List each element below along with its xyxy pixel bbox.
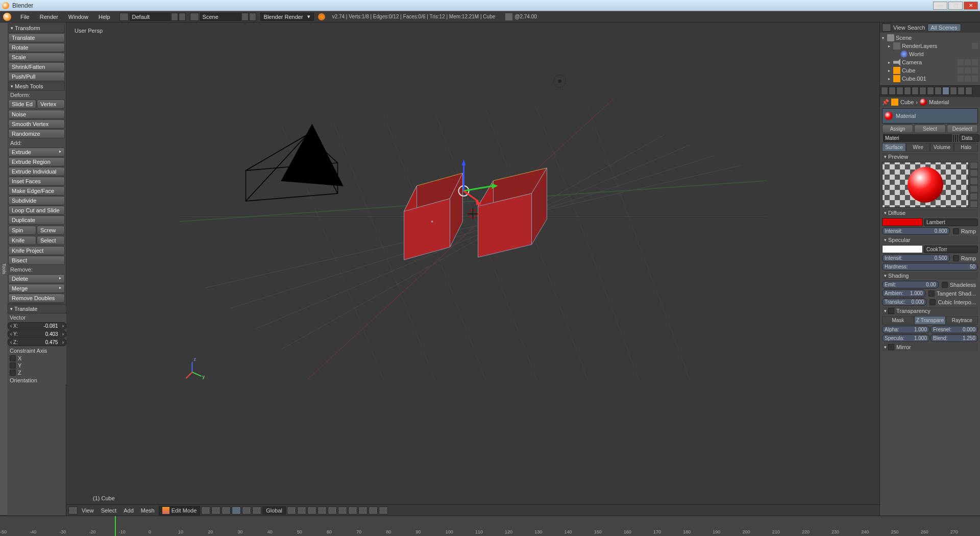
ztransp-tab[interactable]: Z Transpare xyxy=(914,316,946,325)
translucency-slider[interactable]: Transluc:0.000 xyxy=(882,298,926,306)
select-menu[interactable]: Select xyxy=(98,507,120,514)
remove-doubles-button[interactable]: Remove Doubles xyxy=(8,294,65,303)
delete-button[interactable]: Delete xyxy=(8,274,65,283)
layers-icon[interactable] xyxy=(287,506,296,515)
material-tab-icon[interactable] xyxy=(942,87,949,95)
layout-browse-icon[interactable] xyxy=(119,13,129,21)
vertex-button[interactable]: Vertex xyxy=(37,100,65,109)
layout-name-input[interactable] xyxy=(130,13,170,21)
mask-tab[interactable]: Mask xyxy=(882,316,914,325)
diffuse-header[interactable]: Diffuse xyxy=(882,209,978,217)
cubic-checkbox[interactable]: Cubic Interpo... xyxy=(927,299,978,306)
material-link-selector[interactable]: Data xyxy=(959,134,979,142)
knife-button[interactable]: Knife xyxy=(8,236,36,245)
spin-button[interactable]: Spin xyxy=(8,226,36,235)
mode-selector[interactable]: Edit Mode xyxy=(159,506,201,515)
ambient-slider[interactable]: Ambien:1.000 xyxy=(882,289,925,297)
loop-cut-button[interactable]: Loop Cut and Slide xyxy=(8,206,65,215)
outliner-search[interactable]: Search xyxy=(908,25,925,31)
vector-y-field[interactable]: ‹ Y:0.403› xyxy=(8,330,66,338)
scale-button[interactable]: Scale xyxy=(8,53,65,62)
menu-render[interactable]: Render xyxy=(35,14,63,20)
scene-selector[interactable] xyxy=(190,13,256,21)
orientation-selector[interactable]: Global xyxy=(262,506,286,515)
randomize-button[interactable]: Randomize xyxy=(8,129,65,138)
preview-header[interactable]: Preview xyxy=(882,153,978,161)
constraints-tab-icon[interactable] xyxy=(919,87,926,95)
extrude-region-button[interactable]: Extrude Region xyxy=(8,157,65,166)
snap-icon[interactable] xyxy=(348,506,357,515)
viewport-shading-icon[interactable] xyxy=(201,506,210,515)
push-pull-button[interactable]: Push/Pull xyxy=(8,72,65,81)
tree-renderlayers[interactable]: ▸RenderLayers xyxy=(881,42,979,50)
diffuse-intensity-slider[interactable]: Intensit:0.800 xyxy=(882,227,950,235)
extrude-individual-button[interactable]: Extrude Individual xyxy=(8,167,65,176)
mat-nodes-icon[interactable] xyxy=(957,135,958,142)
raytrace-tab[interactable]: Raytrace xyxy=(946,316,978,325)
mesh-tools-panel-header[interactable]: Mesh Tools xyxy=(8,82,65,91)
select-mat-button[interactable]: Select xyxy=(914,125,945,133)
transparency-header[interactable]: Transparency xyxy=(882,307,978,315)
scene-browse-icon[interactable] xyxy=(190,13,199,21)
mirror-header[interactable]: Mirror xyxy=(882,343,978,351)
scene-name-input[interactable] xyxy=(200,13,241,21)
smooth-vertex-button[interactable]: Smooth Vertex xyxy=(8,119,65,129)
hardness-slider[interactable]: Hardness:50 xyxy=(882,263,978,271)
properties-tabs[interactable] xyxy=(880,86,980,97)
pin-icon[interactable]: 📌 xyxy=(882,99,889,106)
add-menu[interactable]: Add xyxy=(120,507,137,514)
render-anim-icon[interactable] xyxy=(379,506,388,515)
duplicate-button[interactable]: Duplicate xyxy=(8,215,65,225)
texture-tab-icon[interactable] xyxy=(950,87,957,95)
blend-slider[interactable]: Blend:1.250 xyxy=(930,334,978,342)
edge-select-icon[interactable] xyxy=(307,506,316,515)
extrude-button[interactable]: Extrude xyxy=(8,148,65,157)
snap-element-icon[interactable] xyxy=(358,506,368,515)
specula-slider[interactable]: Specula:1.000 xyxy=(882,334,929,342)
translate-op-header[interactable]: Translate xyxy=(8,304,66,313)
vector-z-field[interactable]: ‹ Z:0.475› xyxy=(8,338,66,346)
face-select-icon[interactable] xyxy=(317,506,327,515)
view-menu[interactable]: View xyxy=(79,507,97,514)
render-preview-icon[interactable] xyxy=(369,506,378,515)
menu-window[interactable]: Window xyxy=(63,14,93,20)
assign-button[interactable]: Assign xyxy=(882,125,913,133)
specular-model-selector[interactable]: CookTorr xyxy=(924,246,978,253)
render-layers-tab-icon[interactable] xyxy=(889,87,896,95)
vector-x-field[interactable]: ‹ X:-0.081› xyxy=(8,322,66,330)
modifiers-tab-icon[interactable] xyxy=(927,87,934,95)
manipulator-toggle-icon[interactable] xyxy=(222,506,231,515)
tab-tools[interactable]: Tools xyxy=(1,22,7,516)
manipulator-scale-icon[interactable] xyxy=(252,506,261,515)
rotate-button[interactable]: Rotate xyxy=(8,43,65,52)
scene-remove-button[interactable] xyxy=(249,13,256,21)
halo-tab[interactable]: Halo xyxy=(954,143,978,152)
minimize-button[interactable]: — xyxy=(933,2,947,10)
close-button[interactable]: ✕ xyxy=(964,2,978,10)
emit-slider[interactable]: Emit:0.00 xyxy=(882,281,939,288)
tree-cube[interactable]: ▸Cube xyxy=(881,66,979,75)
specular-ramp-checkbox[interactable]: Ramp xyxy=(951,255,978,262)
mat-unlink-icon[interactable] xyxy=(955,135,956,142)
manipulator-rotate-icon[interactable] xyxy=(242,506,251,515)
material-slot[interactable]: Material xyxy=(882,108,978,124)
screw-button[interactable]: Screw xyxy=(37,226,65,235)
editor-type-icon[interactable] xyxy=(68,506,78,515)
bisect-button[interactable]: Bisect xyxy=(8,256,65,265)
translate-button[interactable]: Translate xyxy=(8,33,65,42)
menu-file[interactable]: File xyxy=(15,14,35,20)
knife-select-button[interactable]: Select xyxy=(37,236,65,245)
mesh-menu[interactable]: Mesh xyxy=(138,507,158,514)
outliner-view[interactable]: View xyxy=(893,25,905,31)
constraint-z-checkbox[interactable]: Z xyxy=(8,369,66,376)
tree-scene[interactable]: ▾Scene xyxy=(881,34,979,42)
constraint-x-checkbox[interactable]: X xyxy=(8,355,66,362)
wire-tab[interactable]: Wire xyxy=(906,143,930,152)
specular-header[interactable]: Specular xyxy=(882,236,978,244)
diffuse-ramp-checkbox[interactable]: Ramp xyxy=(951,228,978,235)
diffuse-model-selector[interactable]: Lambert xyxy=(924,218,978,226)
menu-help[interactable]: Help xyxy=(93,14,115,20)
timeline-track[interactable]: -50-40-30-20-100102030405060708090100110… xyxy=(0,516,980,536)
material-name-input[interactable] xyxy=(883,134,952,142)
preview-flat-icon[interactable] xyxy=(970,162,978,169)
